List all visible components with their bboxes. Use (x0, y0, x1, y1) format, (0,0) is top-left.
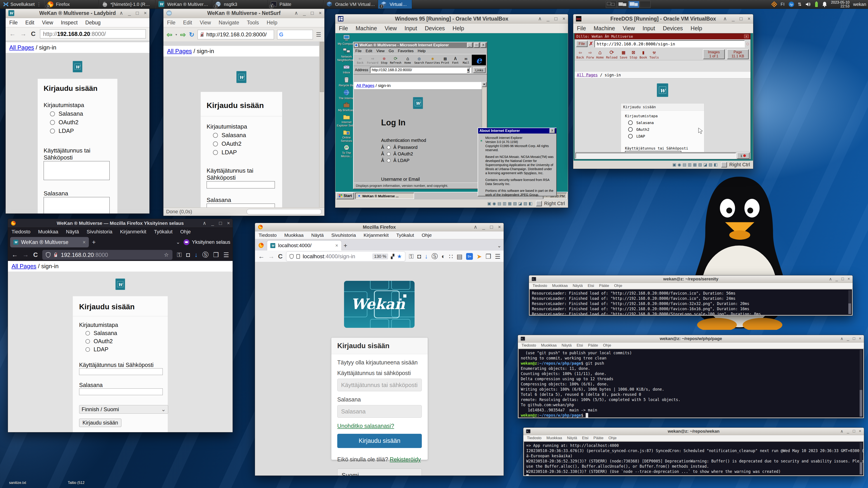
t2-scrollbar[interactable] (860, 350, 862, 417)
ie-titlebar[interactable]: WeKan ® Multiverse - Microsoft Internet … (353, 42, 487, 48)
back-icon[interactable]: ← (258, 253, 265, 260)
shade-button[interactable]: ∧ (840, 336, 843, 341)
username-input[interactable] (207, 181, 275, 188)
back-icon[interactable]: ⇦ (166, 31, 172, 39)
hp-tool-icon[interactable]: hp (788, 1, 794, 7)
menu-favorites[interactable]: Favorites (398, 49, 414, 53)
radio-ldap[interactable] (387, 159, 391, 162)
menu-kirjanmerkit[interactable]: Kirjanmerkit (120, 229, 146, 235)
menu-tyokalut[interactable]: Työkalut (396, 232, 414, 238)
desktop-file-taltio[interactable]: Taltio (512 (68, 481, 85, 485)
t3-terminal-output[interactable]: => App running at: http://localhost:4000… (524, 442, 863, 475)
menu-nayta[interactable]: Näytä (567, 436, 577, 440)
ie-refresh-button[interactable]: ⟳Refresh (390, 55, 402, 65)
language-select[interactable]: Finnish / Suomi⌄ (79, 405, 168, 414)
url-bar[interactable]: http://192.168.0.20:8000/ (197, 30, 274, 39)
puzzle-extension-icon[interactable]: ❒ (486, 253, 491, 260)
taskbar-item-nsgtk3[interactable]: 2 nsgtk3 (212, 0, 268, 8)
menu-ohje[interactable]: Ohje (422, 232, 432, 238)
applications-menu[interactable]: Sovellukset⋮ (0, 0, 44, 8)
page-info-icon[interactable] (296, 254, 300, 259)
clock[interactable]: 2023-05-10 22:53 (831, 0, 849, 8)
network-traffic-icon[interactable]: ⇅ (798, 2, 802, 7)
maximize-button[interactable]: □ (136, 10, 139, 16)
breadcrumb-all-pages-link[interactable]: All Pages (167, 48, 192, 55)
maximize-button[interactable]: □ (219, 220, 222, 226)
forward-icon[interactable]: → (22, 251, 29, 258)
menu-sivuhistoria[interactable]: Sivuhistoria (331, 232, 356, 238)
tab-wekan[interactable]: W WeKan ® Multiverse × (10, 237, 89, 248)
shade-button[interactable]: ∧ (829, 276, 832, 282)
radio-salasana[interactable] (50, 111, 55, 116)
about-titlebar[interactable]: About Internet Explorer X (478, 128, 556, 133)
minimize-button[interactable]: _ (483, 224, 485, 230)
reload-icon[interactable]: ↻ (189, 31, 194, 38)
ublock-shield-icon[interactable]: ◘ (186, 251, 190, 258)
forward-icon[interactable]: → (20, 30, 26, 37)
menu-nayta[interactable]: Näytä (66, 229, 79, 235)
menu-devices[interactable]: Devices (425, 25, 445, 32)
menu-machine[interactable]: Machine (594, 25, 615, 32)
maximize-button[interactable]: □ (555, 16, 557, 22)
close-button[interactable]: × (498, 224, 501, 230)
workspace-4[interactable] (640, 1, 651, 8)
web-search-box[interactable]: G (277, 30, 313, 39)
netsurf-titlebar[interactable]: WeKan ® Multiverse - NetSurf ∧_□× (163, 8, 324, 18)
shade-button[interactable]: ∧ (473, 224, 477, 230)
new-tab-button[interactable]: + (92, 238, 96, 246)
password-input[interactable] (43, 197, 110, 214)
menu-muokkaa[interactable]: Muokkaa (38, 229, 58, 235)
radio-oauth2[interactable] (50, 120, 55, 125)
dillo-bookmarks-button[interactable]: ▮Book (640, 49, 647, 59)
ladybird-titlebar[interactable]: W WeKan ® Multiverse - Ladybird ∧_□× (6, 8, 149, 18)
radio-salasana[interactable] (628, 121, 633, 125)
menu-help[interactable]: Help (453, 25, 464, 32)
signin-button[interactable]: Kirjaudu sisään (337, 434, 422, 448)
close-button[interactable]: × (859, 336, 861, 341)
username-input[interactable] (43, 161, 110, 180)
menu-ohje[interactable]: Ohje (603, 343, 611, 348)
ie-close-button[interactable]: X (480, 43, 486, 48)
menu-tiedosto[interactable]: Tiedosto (527, 436, 541, 440)
ie-home-button[interactable]: ⌂Home (402, 55, 413, 65)
dillo-tools-button[interactable]: ⚒Tools (649, 49, 659, 59)
url-bar[interactable]: http://192.168.0.20:8000/ (40, 29, 146, 38)
t1-titlebar[interactable]: >_ wekan@z: ~/repos/serenity ∧_□× (529, 275, 852, 283)
ffm-titlebar[interactable]: Mozilla Firefox ∧_□× (255, 223, 504, 231)
network-status-icon[interactable] (771, 1, 777, 7)
close-button[interactable]: × (859, 429, 861, 434)
ie-links-button[interactable]: Links (473, 67, 486, 73)
shade-button[interactable]: ∧ (294, 10, 298, 16)
download-icon[interactable]: ↓ (195, 251, 198, 258)
reload-icon[interactable]: C (33, 251, 38, 258)
bookmark-star-icon-filled[interactable]: ★ (397, 253, 402, 260)
menu-input[interactable]: Input (405, 25, 417, 32)
menu-muokkaa[interactable]: Muokkaa (547, 436, 562, 440)
maximize-button[interactable]: □ (490, 224, 493, 230)
workspace-2[interactable] (617, 1, 628, 8)
ie-url-field[interactable]: http://192.168.0.20:8000/▾ (370, 67, 471, 73)
reload-icon[interactable]: C (31, 30, 35, 37)
menu-etsi[interactable]: Etsi (577, 343, 583, 348)
dillo-titlebar[interactable]: Dillo: WeKan Â® Multiverse x (575, 33, 750, 39)
taskbar-item-firefox[interactable]: 3 Firefox (44, 0, 99, 8)
dillo-reload-button[interactable]: ⟳Reload (606, 49, 618, 59)
close-button[interactable]: × (227, 220, 230, 226)
menu-tiedosto[interactable]: Tiedosto (522, 343, 536, 348)
password-manager-icon[interactable]: ⚿ (177, 251, 182, 259)
insecure-lock-icon[interactable] (54, 252, 58, 257)
tab-localhost[interactable]: W localhost:4000/ × (267, 240, 341, 251)
minimize-button[interactable]: _ (547, 16, 550, 22)
vboxdos-titlebar[interactable]: DOS FreeDOS [Running] - Oracle VM Virtua… (573, 14, 753, 24)
maximize-button[interactable]: □ (842, 276, 844, 282)
dillo-stop-x-icon[interactable]: ✗ (589, 41, 593, 47)
menu-input[interactable]: Input (643, 25, 655, 32)
dillo-url-field[interactable]: http://192.168.0.20:8000/sign-in (594, 40, 745, 47)
language-select[interactable]: Suomi ⌄ (337, 468, 422, 476)
start-button[interactable]: Start (336, 193, 354, 199)
back-icon[interactable]: ← (11, 251, 18, 258)
close-button[interactable]: × (847, 276, 850, 282)
menu-tools[interactable]: Tools (247, 20, 259, 26)
ffp-titlebar[interactable]: WeKan ® Multiverse — Mozilla Firefox Yks… (8, 219, 232, 228)
menu-nayta[interactable]: Näytä (562, 343, 572, 348)
